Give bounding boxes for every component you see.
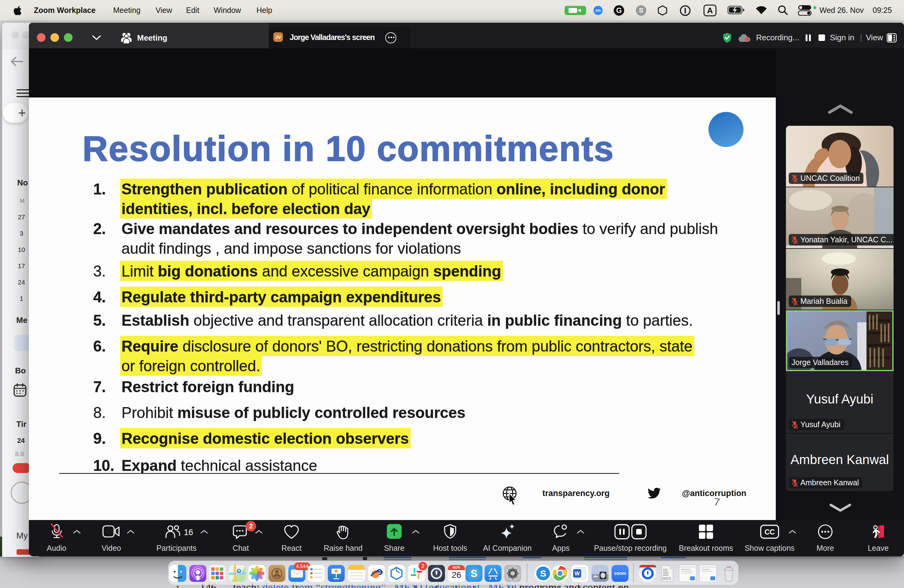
svg-text:W: W [575,571,580,577]
svg-text:CC: CC [764,528,774,536]
svg-text:DOCX: DOCX [662,577,671,580]
